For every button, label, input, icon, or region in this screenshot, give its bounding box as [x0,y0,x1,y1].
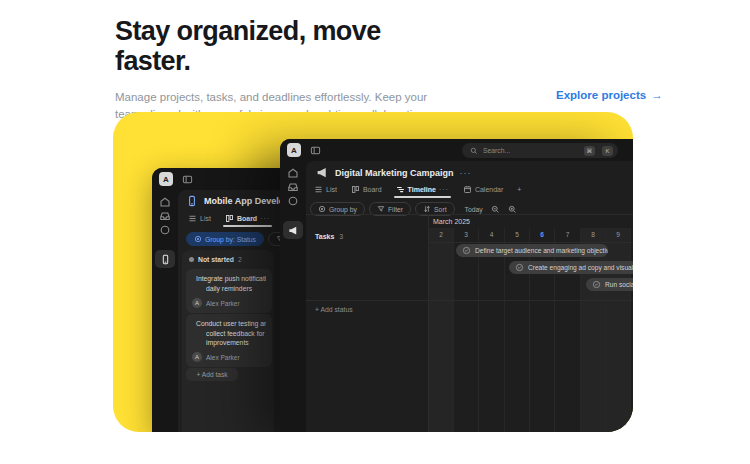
check-circle-icon [515,263,524,272]
assignee: A Alex Parker [192,298,266,308]
timeline-month-label: March 2025 [433,218,470,225]
zoom-out-icon[interactable] [491,205,500,214]
tab-board[interactable]: Board [351,185,382,198]
timeline-day-column: 9 [605,228,630,432]
group-by-icon [318,205,326,213]
timeline-day-column: 3 [453,228,478,432]
search-input[interactable]: Search... ⌘ K [462,143,618,158]
tab-more-icon[interactable]: ··· [260,215,270,222]
tab-board[interactable]: Board ··· [225,214,270,227]
workspace-avatar[interactable]: A [159,172,173,186]
workspace-avatar[interactable]: A [287,143,301,157]
home-icon[interactable] [287,167,299,179]
page-title: Stay organized, movefaster. [115,16,635,76]
front-view-tabs: List Board Timeline ··· Calendar [314,185,521,198]
timeline-bar[interactable]: Define target audience and marketing obj… [456,244,608,257]
tab-list[interactable]: List [188,214,211,227]
search-icon [470,147,478,155]
back-project-title: Mobile App Develop [186,195,290,207]
add-view-button[interactable]: + [517,186,521,197]
title-more-icon[interactable]: ··· [460,168,472,178]
assignee-avatar: A [192,298,202,308]
divider [306,214,633,215]
board-column-not-started: Not started 2 Integrate push notificati … [182,250,274,432]
tab-timeline[interactable]: Timeline ··· [396,185,449,198]
timeline-day-column-today: 6 [529,228,554,432]
task-card[interactable]: Conduct user testing and collect feedbac… [186,314,272,367]
front-topbar: A Search... ⌘ K [280,139,633,161]
back-sidebar [152,190,178,432]
explore-projects-link[interactable]: Explore projects → [556,89,663,101]
list-icon [188,214,197,223]
assignee-avatar: A [192,352,202,362]
timeline-day-column: 4 [478,228,504,432]
project-phone-icon[interactable] [155,250,175,268]
task-card[interactable]: Integrate push notificati daily reminder… [186,269,272,313]
phone-icon [186,195,198,207]
inbox-icon[interactable] [287,181,299,193]
cmd-key-icon: ⌘ [584,146,595,156]
check-circle-icon [592,280,601,289]
board-icon [351,185,360,194]
calendar-icon [463,185,472,194]
timeline-day-column: 2 [428,228,453,432]
add-status-button[interactable]: + Add status [315,306,353,313]
group-by-icon [194,235,202,243]
group-by-status-pill[interactable]: Group by: Status [186,232,264,246]
front-sidebar [280,161,306,432]
sort-icon [423,205,431,213]
front-app-window: A Search... ⌘ K [280,139,633,432]
sidebar-toggle-icon[interactable] [310,145,321,156]
timeline-group-label[interactable]: Tasks 3 [315,233,343,240]
list-icon [314,185,323,194]
status-circle-icon[interactable] [287,195,299,207]
status-circle-icon[interactable] [159,224,171,236]
tab-more-icon[interactable]: ··· [439,186,449,193]
tab-calendar[interactable]: Calendar [463,185,503,198]
status-dot-icon [189,257,194,262]
explore-projects-label: Explore projects [556,89,646,101]
divider [428,242,633,243]
filter-icon [377,205,385,213]
timeline-icon [396,185,405,194]
timeline-day-column: 5 [504,228,529,432]
megaphone-icon [316,166,329,179]
k-key-icon: K [602,146,613,156]
tab-list[interactable]: List [314,185,337,198]
home-icon[interactable] [159,196,171,208]
today-button[interactable]: Today [465,206,483,213]
check-circle-icon [462,246,471,255]
timeline-day-column: 7 [554,228,580,432]
arrow-right-icon: → [651,89,663,101]
timeline-bar[interactable]: Run social m [586,278,633,291]
timeline-day-column [630,228,633,432]
front-project-title: Digital Marketing Campaign ··· [316,166,472,179]
column-header: Not started 2 [189,256,242,263]
sidebar-toggle-icon[interactable] [182,174,193,185]
timeline-bar[interactable]: Create engaging ad copy and visual cont [509,261,633,274]
front-panel: Digital Marketing Campaign ··· List Boar… [306,161,633,432]
divider [306,300,633,301]
divider [428,214,429,432]
hero-card: A [113,112,633,432]
zoom-in-icon[interactable] [508,205,517,214]
inbox-icon[interactable] [159,210,171,222]
timeline-day-column: 8 [580,228,605,432]
board-icon [225,214,234,223]
assignee: A Alex Parker [192,352,266,362]
add-task-button[interactable]: + Add task [186,368,238,381]
project-megaphone-icon[interactable] [283,221,303,239]
